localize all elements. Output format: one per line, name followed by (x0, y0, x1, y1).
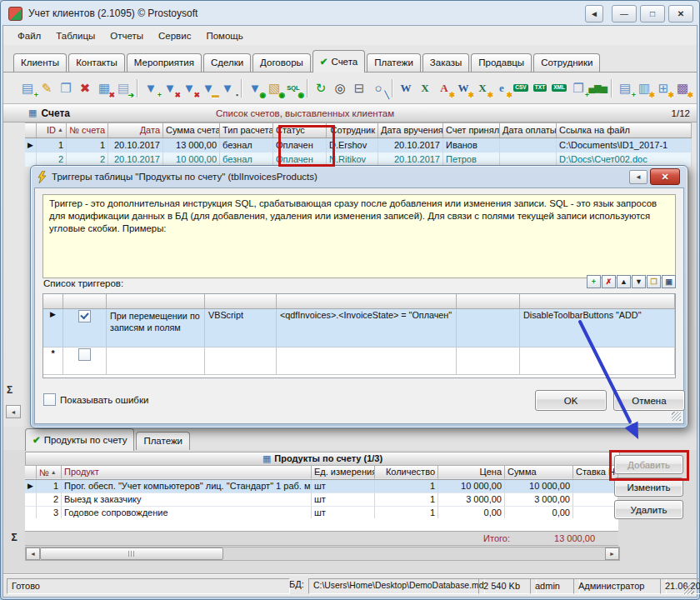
dialog-resize-grip[interactable] (672, 412, 681, 421)
window-resize-grip[interactable] (684, 584, 694, 594)
sql-view-icon[interactable]: SQL ◉ (284, 79, 302, 98)
preview-icon[interactable]: ○ ╲ (369, 79, 388, 98)
column-header[interactable] (520, 294, 675, 308)
trigger-enabled-checkbox[interactable] (78, 310, 91, 322)
column-header[interactable]: Ед. измерения (312, 466, 375, 479)
show-errors-checkbox[interactable] (43, 393, 56, 406)
dialog-close-button[interactable]: ✕ (650, 168, 680, 185)
trigger-save-icon[interactable]: ▣ (662, 275, 676, 288)
trigger-row-1[interactable]: ▶ При перемещении по записям и полям VBS… (43, 309, 675, 348)
column-header[interactable]: Сумма (505, 466, 573, 479)
show-errors-option[interactable]: Показывать ошибки (43, 393, 148, 406)
edit-record-icon[interactable]: ✎ (38, 79, 56, 98)
scroll-left-arrow[interactable]: ◄ (26, 548, 40, 560)
filter-open-icon[interactable]: ▼ ▬ (199, 79, 218, 98)
column-header[interactable]: Цена (438, 466, 505, 479)
column-header[interactable]: Дата (108, 123, 163, 138)
column-header[interactable] (63, 294, 107, 308)
tab-clients[interactable]: Клиенты (13, 53, 67, 72)
tab-staff[interactable]: Сотрудники (533, 53, 600, 72)
refresh-icon[interactable]: ↻ (312, 79, 330, 98)
export-word-template-icon[interactable]: W ✱ (454, 79, 472, 98)
tab-invoice-products[interactable]: ✔Продукты по счету (25, 428, 134, 451)
export-excel-icon[interactable]: X (416, 79, 434, 98)
copy-record-icon[interactable]: ❐ (57, 79, 75, 98)
menu-service[interactable]: Сервис (151, 31, 198, 41)
tab-deals[interactable]: Сделки (203, 53, 251, 72)
menu-help[interactable]: Помощь (198, 31, 250, 41)
trigger-new-row[interactable]: * (43, 348, 675, 375)
column-header[interactable] (205, 294, 277, 308)
dialog-collapse-button[interactable]: ◄ (629, 170, 648, 184)
cancel-button[interactable]: Отмена (613, 390, 685, 411)
new-view-icon[interactable]: ▤ + (616, 79, 634, 98)
delete-table-rows-icon[interactable]: ▦ ✖ (95, 79, 113, 98)
export-xml-icon[interactable]: XML (550, 79, 568, 98)
column-header[interactable]: Ссылка на файл (557, 123, 692, 138)
column-header[interactable]: ID▲ (37, 123, 67, 138)
tab-sellers[interactable]: Продавцы (471, 53, 532, 72)
tab-contracts[interactable]: Договоры (252, 53, 311, 72)
column-header[interactable]: Сумма счета (163, 123, 220, 138)
close-button[interactable]: ✕ (668, 5, 693, 22)
column-header[interactable] (277, 294, 457, 308)
column-header[interactable]: Количество (375, 466, 438, 479)
grid-settings-icon[interactable]: ⊞ ✱ (654, 79, 672, 98)
new-record-icon[interactable]: ▤ + (18, 79, 37, 98)
column-header[interactable] (457, 294, 520, 308)
chart-icon[interactable]: ▄▆▅ (588, 79, 607, 98)
view-settings-icon[interactable]: ▥ ✱ (635, 79, 653, 98)
column-header[interactable]: № счета (67, 123, 108, 138)
tab-payments[interactable]: Платежи (367, 53, 421, 72)
export-acrobat-template-icon[interactable]: A ✱ (435, 79, 453, 98)
menu-file[interactable]: Файл (10, 31, 48, 41)
ok-button[interactable]: OK (535, 390, 607, 411)
subfilter-view-icon[interactable]: ▧ ◉ (265, 79, 283, 98)
filter-save-icon[interactable]: ▼ ▪ (218, 79, 237, 98)
tab-invoice-payments[interactable]: Платежи (136, 432, 190, 450)
import-records-icon[interactable]: ▤ ➔ (114, 79, 132, 98)
trigger-add-icon[interactable]: + (587, 275, 601, 288)
column-header[interactable]: Дата оплаты (500, 123, 557, 138)
menu-tables[interactable]: Таблицы (48, 31, 102, 41)
tab-events[interactable]: Мероприятия (127, 53, 202, 72)
export-excel-template-icon[interactable]: X ✱ (473, 79, 492, 98)
invoices-hscroll-left-arrow[interactable]: ◄ (6, 405, 21, 418)
filter-delete-all-icon[interactable]: ▼ ✖ (180, 79, 198, 98)
column-header[interactable]: №▲ (37, 466, 62, 479)
column-header[interactable]: Продукт (62, 466, 312, 479)
export-html-template-icon[interactable]: e ✱ (492, 79, 511, 98)
new-trigger-enabled-checkbox[interactable] (78, 348, 91, 361)
filter-add-icon[interactable]: ▼ + (142, 79, 160, 98)
products-hscrollbar[interactable]: ◄ ► (25, 547, 620, 561)
filter-view-icon[interactable]: ▼ ◉ (246, 79, 264, 98)
column-header[interactable] (107, 294, 205, 308)
maximize-button[interactable]: □ (640, 5, 665, 22)
collapse-titlebar-button[interactable]: ◄ (585, 5, 603, 22)
export-txt-icon[interactable]: TXT (531, 79, 549, 98)
column-header[interactable]: Дата вручения (378, 123, 443, 138)
form-settings-icon[interactable]: ▩ ✱ (673, 79, 692, 98)
minimize-button[interactable]: — (612, 5, 637, 22)
trigger-move-up-icon[interactable]: ▲ (617, 275, 631, 288)
scroll-right-arrow[interactable]: ► (605, 548, 619, 560)
print-icon[interactable]: ⊟ (350, 79, 368, 98)
product-row-1[interactable]: ▶ 1 Прог. обесп. "Учет компьютеров" лиц.… (25, 480, 618, 493)
find-icon[interactable]: ◎ (331, 79, 349, 98)
export-csv-icon[interactable]: CSV (512, 79, 530, 98)
menu-reports[interactable]: Отчеты (102, 31, 151, 41)
filter-delete-icon[interactable]: ▼ ✖ (161, 79, 179, 98)
invoice-row-1[interactable]: ▶ 1 1 20.10.2017 13 000,00 безнал Оплаче… (25, 138, 692, 152)
product-row-2[interactable]: 2 Выезд к заказчику шт 1 3 000,00 3 000,… (25, 493, 618, 507)
column-header[interactable]: Счет принял (443, 123, 500, 138)
delete-product-button[interactable]: Удалить (614, 500, 683, 519)
export-word-icon[interactable]: W (397, 79, 415, 98)
trigger-delete-icon[interactable]: ✗ (602, 275, 616, 288)
delete-record-icon[interactable]: ✖ (76, 79, 94, 98)
export-all-icon[interactable]: ❐ + (569, 79, 588, 98)
scroll-thumb[interactable] (40, 548, 223, 560)
tab-orders[interactable]: Заказы (422, 53, 469, 72)
trigger-load-icon[interactable]: ❒ (647, 275, 661, 288)
tab-contacts[interactable]: Контакты (68, 53, 125, 72)
column-header[interactable]: Тип расчета (220, 123, 273, 138)
